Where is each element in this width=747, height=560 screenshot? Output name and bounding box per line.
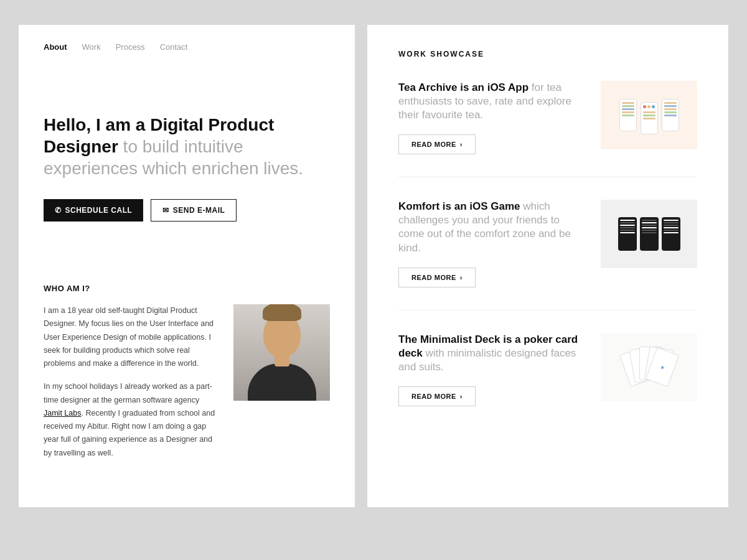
nav-process[interactable]: Process [116,42,145,52]
left-panel: About Work Process Contact Hello, I am a… [19,25,355,507]
read-more-tea-label: READ MORE [411,141,456,148]
project-title-deck-light: with minimalistic designed faces and sui… [398,347,576,373]
project-item-komfort: Komfort is an iOS Game which challenges … [398,200,697,287]
project-title-tea: Tea Archive is an iOS App for tea enthus… [398,81,586,122]
who-content: I am a 18 year old self-taught Digital P… [44,304,330,470]
project-title-komfort-bold: Komfort is an iOS Game [398,200,520,212]
read-more-deck-button[interactable]: READ MORE › [398,386,476,406]
project-item-tea: Tea Archive is an iOS App for tea enthus… [398,81,697,154]
project-thumb-tea [601,81,697,149]
project-title-tea-bold: Tea Archive is an iOS App [398,82,529,93]
chevron-right-icon-2: › [460,274,463,281]
divider-2 [398,310,697,310]
project-info-deck: The Minimalist Deck is a poker card deck… [398,333,586,406]
who-para1: I am a 18 year old self-taught Digital P… [44,304,218,370]
page-wrapper: About Work Process Contact Hello, I am a… [19,25,728,507]
read-more-komfort-button[interactable]: READ MORE › [398,268,476,287]
project-info-tea: Tea Archive is an iOS App for tea enthus… [398,81,586,154]
hero-buttons: ✆ SCHEDULE CALL ✉ SEND E-MAIL [44,199,330,222]
hero-heading: Hello, I am a Digital Product Designer t… [44,114,330,179]
read-more-tea-button[interactable]: READ MORE › [398,134,476,154]
right-panel: WORK SHOWCASE Tea Archive is an iOS App … [367,25,728,507]
who-para2: In my school holidays I already worked a… [44,380,218,460]
project-title-komfort: Komfort is an iOS Game which challenges … [398,200,586,254]
who-para2-prefix: In my school holidays I already worked a… [44,382,212,404]
nav-contact[interactable]: Contact [160,42,188,52]
nav-work[interactable]: Work [82,42,101,52]
phone-icon: ✆ [55,206,62,215]
read-more-deck-label: READ MORE [411,393,456,400]
project-thumb-komfort [601,200,697,268]
schedule-call-button[interactable]: ✆ SCHEDULE CALL [44,199,143,222]
who-text: I am a 18 year old self-taught Digital P… [44,304,218,470]
card-fan: ♥ ♠ ♦ ♣ ★ [624,345,674,389]
chevron-right-icon: › [460,141,463,148]
hero-section: Hello, I am a Digital Product Designer t… [19,64,355,246]
main-nav: About Work Process Contact [19,25,355,64]
who-heading: WHO AM I? [44,284,330,293]
email-icon: ✉ [162,206,169,215]
project-info-komfort: Komfort is an iOS Game which challenges … [398,200,586,287]
chevron-right-icon-3: › [460,393,463,400]
read-more-komfort-label: READ MORE [411,274,456,281]
send-email-button[interactable]: ✉ SEND E-MAIL [151,199,237,222]
project-title-deck: The Minimalist Deck is a poker card deck… [398,333,586,374]
project-thumb-deck: ♥ ♠ ♦ ♣ ★ [601,333,697,401]
who-section: WHO AM I? I am a 18 year old self-taught… [19,246,355,470]
project-item-deck: The Minimalist Deck is a poker card deck… [398,333,697,406]
nav-about[interactable]: About [44,42,67,52]
portrait-image [233,304,330,401]
divider-1 [398,177,697,177]
work-section-title: WORK SHOWCASE [398,50,697,58]
jamit-labs-link[interactable]: Jamit Labs [44,409,81,418]
